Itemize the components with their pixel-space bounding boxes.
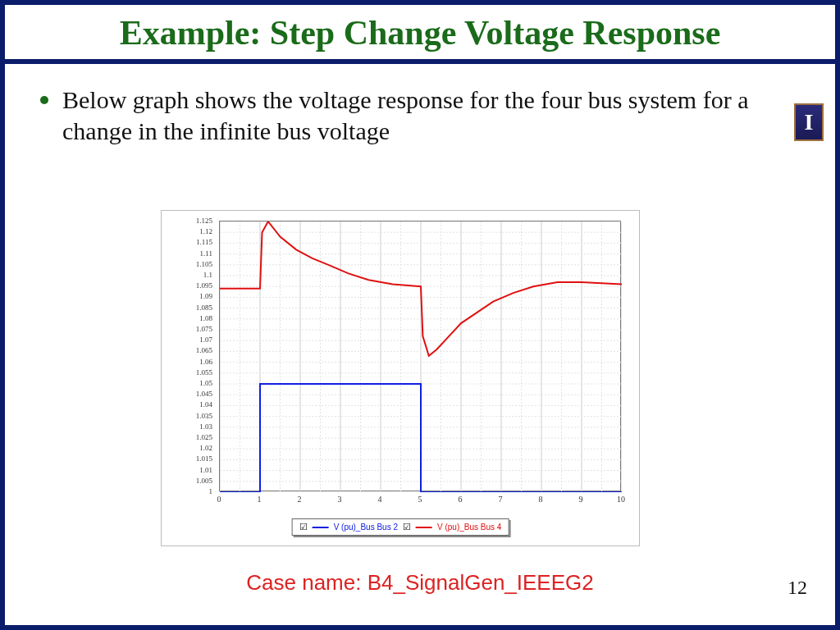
slide: Example: Step Change Voltage Response I … [0, 0, 840, 630]
bullet-list: Below graph shows the voltage response f… [5, 64, 835, 146]
page-number: 12 [788, 577, 807, 599]
series-svg [220, 221, 622, 492]
legend-checkbox-bus2[interactable]: ☑ [299, 522, 308, 532]
legend-label-bus2: V (pu)_Bus Bus 2 [334, 523, 398, 532]
case-name-label: Case name: B4_SignalGen_IEEEG2 [246, 570, 593, 596]
legend-checkbox-bus4[interactable]: ☑ [403, 522, 411, 532]
page-title: Example: Step Change Voltage Response [5, 5, 835, 59]
logo-letter: I [805, 109, 814, 135]
legend-label-bus4: V (pu)_Bus Bus 4 [437, 523, 501, 532]
chart-container: 11.0051.011.0151.021.0251.031.0351.041.0… [161, 210, 640, 546]
plot-area [219, 221, 621, 491]
university-logo: I [794, 103, 824, 141]
bullet-item: Below graph shows the voltage response f… [62, 82, 794, 146]
x-axis-ticks: 012345678910 [219, 495, 621, 508]
chart-legend: ☑ V (pu)_Bus Bus 2 ☑ V (pu)_Bus Bus 4 [292, 518, 509, 536]
legend-swatch-bus4 [416, 527, 432, 528]
legend-swatch-bus2 [313, 527, 329, 528]
y-axis-ticks: 11.0051.011.0151.021.0251.031.0351.041.0… [162, 221, 216, 491]
